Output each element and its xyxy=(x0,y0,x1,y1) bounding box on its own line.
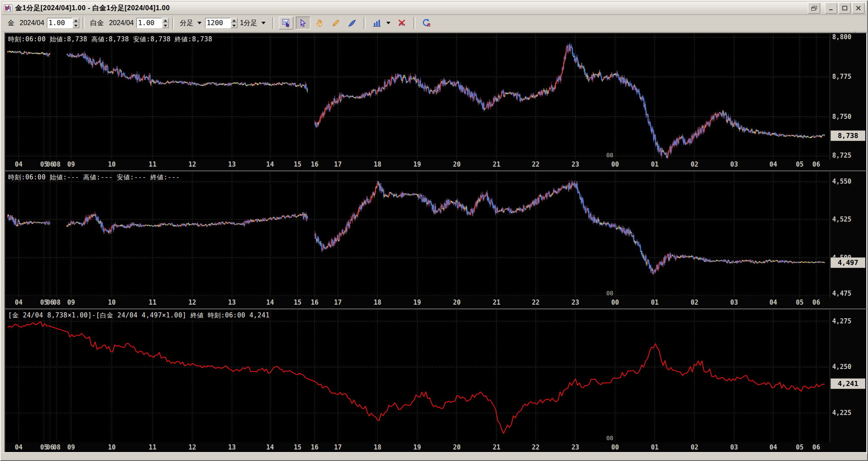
y-axis-price-label: 8,725 xyxy=(832,152,851,159)
minimize-button[interactable] xyxy=(825,3,837,14)
gold-last-price-badge: 8,738 xyxy=(830,130,865,141)
toolbar-separator xyxy=(364,17,365,29)
maximize-button[interactable] xyxy=(839,3,851,14)
reload-icon: R xyxy=(422,18,432,28)
x-axis-hour-label: 08 xyxy=(50,299,64,306)
pencil-icon xyxy=(331,18,341,28)
toolbar-separator xyxy=(83,17,84,29)
chevron-down-icon[interactable] xyxy=(386,22,391,24)
x-axis-hour-label: 04 xyxy=(12,444,26,451)
gold-multiplier-up-button[interactable] xyxy=(72,18,79,23)
x-axis-hour-label: 18 xyxy=(371,444,385,451)
x-axis-hour-label: 12 xyxy=(185,161,199,168)
x-axis-hour-label: 17 xyxy=(331,444,344,451)
x-axis-hour-label: 05 xyxy=(793,299,807,306)
minimize-icon xyxy=(828,6,834,11)
chart-cursor-tool-button[interactable] xyxy=(279,17,293,29)
gold-candlestick-chart xyxy=(6,34,830,159)
x-axis-hour-label: 02 xyxy=(688,444,701,451)
x-axis-hour-label: 11 xyxy=(146,444,159,451)
gold-label: 金 xyxy=(8,19,14,28)
x-axis-hour-label: 23 xyxy=(569,161,582,168)
hand-pan-icon xyxy=(315,18,324,28)
x-axis-hour-label: 06 xyxy=(810,161,823,168)
spread-legend: [金 24/04 8,738×1.00]-[白金 24/04 4,497×1.0… xyxy=(8,311,270,320)
x-axis-hour-label: 19 xyxy=(410,161,424,168)
gold-plot-area[interactable]: 時刻:06:00 始値:8,738 高値:8,738 安値:8,738 終値:8… xyxy=(6,34,830,159)
y-axis-price-label: 4,275 xyxy=(832,317,851,325)
spread-date-marker: 08 xyxy=(603,435,613,441)
pencil-draw-tool-button[interactable] xyxy=(329,17,343,29)
x-axis-hour-label: 00 xyxy=(608,161,622,168)
hand-pan-tool-button[interactable] xyxy=(313,17,327,29)
brush-draw-tool-button[interactable] xyxy=(345,17,359,29)
x-axis-hour-label: 02 xyxy=(688,161,701,168)
select-cursor-icon xyxy=(298,18,308,28)
gold-month-label: 2024/04 xyxy=(20,19,44,27)
interval-type-dropdown[interactable]: 分足 xyxy=(180,19,194,28)
close-icon xyxy=(856,6,861,11)
x-axis-hour-label: 19 xyxy=(410,299,424,306)
x-axis-hour-label: 05 xyxy=(793,161,807,168)
svg-text:R: R xyxy=(427,23,431,28)
bar-chart-type-button[interactable] xyxy=(370,17,384,29)
x-axis-hour-label: 17 xyxy=(331,299,344,306)
platinum-ohlc-legend: 時刻:06:00 始値:--- 高値:--- 安値:--- 終値:--- xyxy=(8,173,180,182)
x-axis-hour-label: 10 xyxy=(105,299,119,306)
chevron-down-icon[interactable] xyxy=(197,22,202,24)
y-axis-price-label: 4,525 xyxy=(832,216,851,223)
y-axis-price-label: 4,550 xyxy=(832,178,851,185)
delete-indicator-button[interactable] xyxy=(395,17,409,29)
x-axis-hour-label: 22 xyxy=(529,444,543,451)
x-axis-hour-label: 03 xyxy=(727,299,741,306)
x-axis-hour-label: 12 xyxy=(185,444,199,451)
close-button[interactable] xyxy=(852,3,865,14)
spread-line-chart xyxy=(6,310,830,442)
reload-chart-button[interactable]: R xyxy=(420,17,434,29)
y-axis-price-label: 8,750 xyxy=(832,113,851,121)
x-axis-hour-label: 23 xyxy=(569,444,582,451)
x-axis-hour-label: 06 xyxy=(810,444,823,451)
x-axis-hour-label: 20 xyxy=(450,161,464,168)
platinum-x-axis: 0405060809101112131415161718192021222300… xyxy=(6,298,830,308)
platinum-multiplier-up-button[interactable] xyxy=(162,18,169,23)
x-axis-hour-label: 01 xyxy=(648,161,662,168)
select-cursor-tool-button[interactable] xyxy=(296,17,310,29)
restore-windows-button[interactable] xyxy=(808,3,820,14)
x-axis-hour-label: 11 xyxy=(146,161,159,168)
gold-multiplier-field[interactable]: 1.00 xyxy=(47,18,79,28)
x-axis-hour-label: 02 xyxy=(688,299,701,306)
platinum-date-marker: 08 xyxy=(603,290,613,297)
platinum-multiplier-down-button[interactable] xyxy=(162,23,169,28)
status-strip xyxy=(2,452,866,459)
bar-count-field[interactable]: 1200 xyxy=(205,18,237,28)
gold-multiplier-down-button[interactable] xyxy=(72,23,79,28)
x-axis-hour-label: 14 xyxy=(263,299,277,306)
x-axis-hour-label: 16 xyxy=(308,299,321,306)
bar-count-up-button[interactable] xyxy=(231,18,237,23)
x-axis-hour-label: 21 xyxy=(490,444,503,451)
x-axis-hour-label: 18 xyxy=(371,161,385,168)
x-axis-hour-label: 08 xyxy=(50,161,64,168)
platinum-plot-area[interactable]: 時刻:06:00 始値:--- 高値:--- 安値:--- 終値:--- 08 xyxy=(6,172,830,297)
gold-date-marker: 08 xyxy=(603,152,613,158)
x-axis-hour-label: 00 xyxy=(608,444,622,451)
chevron-down-icon[interactable] xyxy=(261,22,266,24)
bar-count-input[interactable]: 1200 xyxy=(205,18,231,28)
toolbar: 金 2024/04 1.00 白金 2024/04 1.00 分足 1200 1… xyxy=(2,15,866,32)
toolbar-separator xyxy=(172,17,174,29)
gold-multiplier-input[interactable]: 1.00 xyxy=(47,18,72,28)
x-axis-hour-label: 04 xyxy=(767,161,780,168)
period-dropdown[interactable]: 1分足 xyxy=(240,19,258,28)
platinum-multiplier-field[interactable]: 1.00 xyxy=(136,18,169,28)
bar-count-down-button[interactable] xyxy=(231,23,237,28)
platinum-multiplier-input[interactable]: 1.00 xyxy=(136,18,162,28)
x-axis-hour-label: 06 xyxy=(810,299,823,306)
x-axis-hour-label: 19 xyxy=(410,444,424,451)
title-bar: 金1分足[2024/04]1.00 - 白金1分足[2024/04]1.00 xyxy=(2,2,866,15)
spread-plot-area[interactable]: [金 24/04 8,738×1.00]-[白金 24/04 4,497×1.0… xyxy=(6,310,830,442)
x-axis-hour-label: 20 xyxy=(450,299,464,306)
x-axis-hour-label: 00 xyxy=(608,299,622,306)
spread-y-axis: 4,241 4,2254,2504,275 xyxy=(830,309,865,453)
platinum-candlestick-chart xyxy=(6,172,830,297)
